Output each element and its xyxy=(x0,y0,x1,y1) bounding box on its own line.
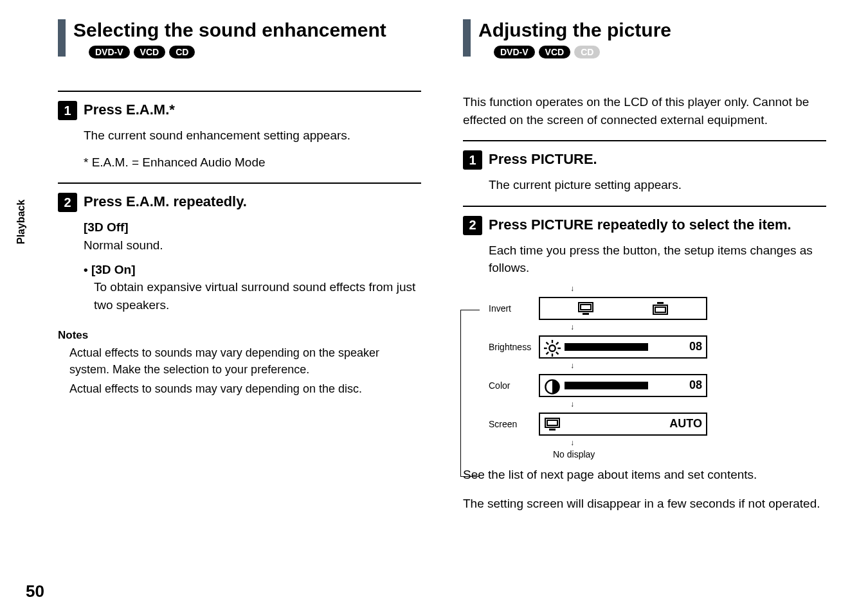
svg-rect-3 xyxy=(657,302,664,304)
divider xyxy=(463,140,826,141)
page-number: 50 xyxy=(26,582,44,601)
badge-cd: CD xyxy=(169,46,195,58)
color-value: 08 xyxy=(689,378,702,392)
right-after-1: See the list of next page about items an… xyxy=(463,466,826,484)
step-number-2: 2 xyxy=(463,216,482,235)
brightness-value: 08 xyxy=(689,340,702,353)
option-3d-off-title: [3D Off] xyxy=(84,218,421,236)
brightness-icon xyxy=(544,340,561,354)
accent-bar xyxy=(463,19,471,57)
badge-cd-disabled: CD xyxy=(574,46,600,58)
arrow-down-icon: ↓ xyxy=(566,440,579,447)
diagram-label-color: Color xyxy=(489,380,539,391)
badge-vcd: VCD xyxy=(134,46,166,58)
left-step1-footnote: * E.A.M. = Enhanced Audio Mode xyxy=(84,154,421,172)
divider xyxy=(58,182,421,184)
right-step2-title: Press PICTURE repeatedly to select the i… xyxy=(489,216,791,235)
svg-rect-5 xyxy=(655,307,665,312)
left-step1-body: The current sound enhancement setting ap… xyxy=(84,127,421,145)
svg-line-11 xyxy=(547,342,549,344)
divider xyxy=(58,91,421,92)
screen-icon xyxy=(544,417,561,431)
svg-line-14 xyxy=(547,352,549,355)
badge-dvdv: DVD-V xyxy=(494,46,535,58)
svg-line-13 xyxy=(556,342,559,344)
right-title: Adjusting the picture xyxy=(478,19,671,40)
svg-line-12 xyxy=(556,352,559,355)
notes-heading: Notes xyxy=(58,329,421,342)
arrow-down-icon: ↓ xyxy=(566,363,579,369)
right-heading-block: Adjusting the picture DVD-V VCD CD xyxy=(463,19,826,58)
color-icon xyxy=(544,378,561,393)
badge-dvdv: DVD-V xyxy=(89,46,130,58)
left-heading-block: Selecting the sound enhancement DVD-V VC… xyxy=(58,19,421,58)
accent-bar xyxy=(58,19,66,57)
flow-loop-line xyxy=(460,310,480,477)
divider xyxy=(463,206,826,207)
svg-rect-18 xyxy=(549,429,556,431)
arrow-down-icon: ↓ xyxy=(566,324,579,331)
arrow-down-icon: ↓ xyxy=(566,286,579,292)
arrow-down-icon: ↓ xyxy=(566,402,579,408)
right-step1-body: The current picture setting appears. xyxy=(489,176,826,194)
right-step2-body: Each time you press the button, the setu… xyxy=(489,242,826,277)
screen-normal-icon xyxy=(577,301,594,315)
picture-setup-diagram: ↓ Invert ↓ Brightness xyxy=(489,286,707,459)
right-after-2: The setting screen will disappear in a f… xyxy=(463,495,826,513)
option-3d-off-body: Normal sound. xyxy=(84,236,421,254)
right-intro: This function operates on the LCD of thi… xyxy=(463,93,826,129)
brightness-bar xyxy=(565,343,648,351)
svg-rect-2 xyxy=(583,313,589,315)
color-bar xyxy=(565,382,648,389)
step-number-1: 1 xyxy=(463,150,482,170)
left-title: Selecting the sound enhancement xyxy=(73,19,386,40)
svg-rect-1 xyxy=(581,305,591,310)
screen-value: AUTO xyxy=(669,417,702,431)
left-step1-title: Press E.A.M.* xyxy=(84,101,175,120)
diagram-no-display: No display xyxy=(553,449,707,459)
option-3d-on-title: • [3D On] xyxy=(84,263,421,277)
left-step2-title: Press E.A.M. repeatedly. xyxy=(84,193,247,211)
right-step1-title: Press PICTURE. xyxy=(489,150,597,169)
step-number-1: 1 xyxy=(58,101,77,120)
svg-rect-17 xyxy=(547,420,557,425)
svg-point-6 xyxy=(549,345,555,351)
option-3d-on-body: To obtain expansive virtual surround sou… xyxy=(94,278,421,314)
section-tab: Playback xyxy=(15,200,27,244)
diagram-label-brightness: Brightness xyxy=(489,342,539,352)
notes-body-2: Actual effects to sounds may vary depend… xyxy=(69,380,421,397)
diagram-label-invert: Invert xyxy=(489,303,539,314)
diagram-label-screen: Screen xyxy=(489,419,539,429)
notes-body-1: Actual effects to sounds may vary depend… xyxy=(69,344,421,378)
screen-inverted-icon xyxy=(652,301,669,315)
step-number-2: 2 xyxy=(58,193,77,212)
badge-vcd: VCD xyxy=(539,46,571,58)
